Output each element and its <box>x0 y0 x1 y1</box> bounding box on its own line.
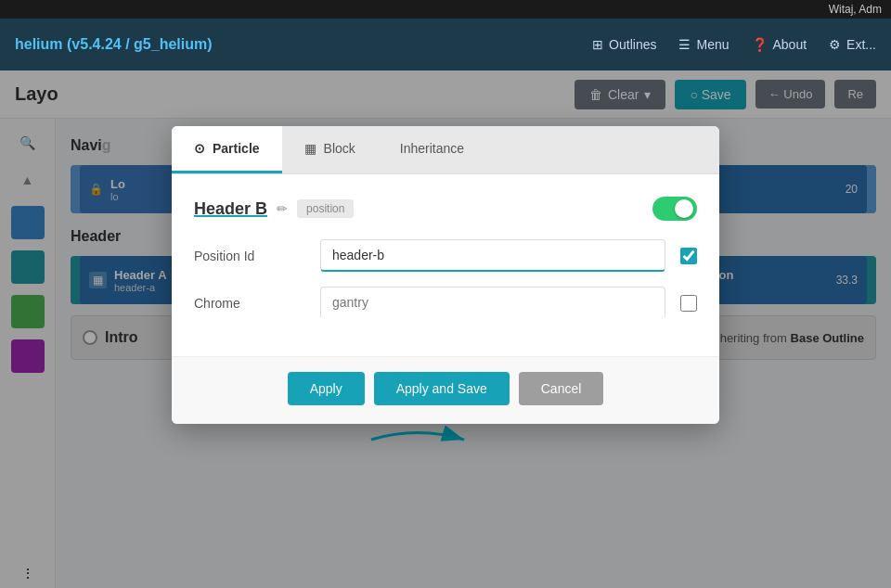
modal-overlay: ⊙ Particle ▦ Block Inheritance Header B … <box>0 70 891 588</box>
modal-footer: Apply Apply and Save Cancel <box>172 356 719 424</box>
chrome-checkbox[interactable] <box>680 295 697 312</box>
tab-inheritance[interactable]: Inheritance <box>378 126 486 173</box>
cancel-button[interactable]: Cancel <box>519 372 604 405</box>
nav-right: ⊞ Outlines ☰ Menu ❓ About ⚙ Ext... <box>592 37 876 52</box>
nav-menu[interactable]: ☰ Menu <box>678 37 729 52</box>
system-bar: Witaj, Adm <box>0 0 891 19</box>
gear-icon: ⚙ <box>829 37 841 52</box>
position-id-checkbox[interactable] <box>680 248 697 264</box>
position-badge: position <box>297 199 354 218</box>
modal-tabs: ⊙ Particle ▦ Block Inheritance <box>172 126 719 174</box>
content-area: Layo 🗑 Clear ▾ ○ Save ← Undo Re 🔍 ▲ <box>0 70 891 588</box>
tab-particle[interactable]: ⊙ Particle <box>172 126 282 173</box>
position-id-row: Position Id <box>194 239 697 272</box>
modal-body: Header B ✏ position Position Id Chrome <box>172 174 719 356</box>
nav-extensions[interactable]: ⚙ Ext... <box>829 37 876 52</box>
apply-button[interactable]: Apply <box>288 372 365 405</box>
chrome-input[interactable] <box>320 287 665 319</box>
question-icon: ❓ <box>752 37 768 52</box>
position-id-input-wrap <box>320 239 665 272</box>
system-bar-text: Witaj, Adm <box>829 3 882 16</box>
edit-icon[interactable]: ✏ <box>277 201 288 216</box>
brand-logo: helium (v5.4.24 / g5_helium) <box>15 36 213 53</box>
nav-about[interactable]: ❓ About <box>752 37 807 52</box>
grid-icon: ⊞ <box>592 37 603 52</box>
nav-outlines[interactable]: ⊞ Outlines <box>592 37 656 52</box>
modal-header-row: Header B ✏ position <box>194 197 697 221</box>
chrome-label: Chrome <box>194 296 305 311</box>
enable-toggle[interactable] <box>652 197 697 221</box>
tab-block[interactable]: ▦ Block <box>282 126 378 173</box>
particle-modal: ⊙ Particle ▦ Block Inheritance Header B … <box>172 126 719 424</box>
main-navigation: helium (v5.4.24 / g5_helium) ⊞ Outlines … <box>0 19 891 70</box>
position-id-input[interactable] <box>320 239 665 272</box>
chrome-input-wrap <box>320 287 665 319</box>
position-id-label: Position Id <box>194 249 305 263</box>
chrome-row: Chrome <box>194 287 697 319</box>
particle-tab-icon: ⊙ <box>194 141 205 156</box>
menu-icon: ☰ <box>678 37 691 52</box>
apply-save-button[interactable]: Apply and Save <box>374 372 510 405</box>
entity-name: Header B <box>194 199 267 219</box>
block-tab-icon: ▦ <box>304 141 316 156</box>
